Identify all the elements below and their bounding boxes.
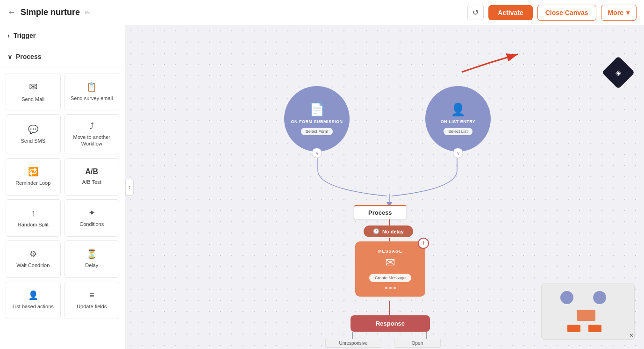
reminder-loop-icon: 🔁	[28, 167, 38, 177]
process-chevron-icon: ∨	[7, 53, 12, 60]
trigger2-label: ON LIST ENTRY	[441, 119, 476, 125]
canvas[interactable]: ‹ ◈	[125, 25, 644, 349]
send-mail-icon: ✉	[29, 81, 37, 93]
sidebar-item-ab-test-label: A/B Test	[82, 179, 101, 185]
form-submission-icon: 📄	[309, 102, 324, 117]
conditions-icon: ✦	[88, 208, 95, 218]
open-label: Open	[394, 339, 441, 348]
unresponsive-label: Unresponsive	[325, 339, 381, 348]
sidebar-item-list-based-actions-label: List based actions	[13, 303, 54, 310]
sidebar-item-random-split[interactable]: ↑ Random Split	[6, 199, 61, 237]
sidebar-item-reminder-loop[interactable]: 🔁 Reminder Loop	[6, 158, 61, 196]
open-branch[interactable]: Open No delay	[394, 339, 441, 349]
random-split-icon: ↑	[31, 208, 36, 218]
minimap-branch2	[588, 325, 601, 332]
diamond-icon: ◈	[615, 68, 621, 77]
sidebar-item-delay-label: Delay	[85, 262, 98, 269]
minimap-message-node	[577, 310, 595, 321]
trigger-section-label: Trigger	[14, 32, 36, 39]
page-title: Simple nurture	[21, 7, 80, 17]
sidebar-item-move-workflow-label: Move to another Workflow	[69, 134, 115, 147]
trigger1-label: ON FORM SUBMISSION	[291, 119, 343, 125]
more-button[interactable]: More ▾	[601, 5, 637, 21]
process-items-grid: ✉ Send Mail 📋 Send survey email 💬 Send S…	[0, 67, 125, 325]
activate-button[interactable]: Activate	[488, 5, 532, 20]
select-form-button[interactable]: Select Form	[301, 128, 333, 135]
trigger-section-header[interactable]: › Trigger	[0, 25, 125, 46]
more-chevron-icon: ▾	[626, 9, 630, 16]
sidebar: › Trigger ∨ Process ✉ Send Mail 📋 Send s…	[0, 25, 125, 349]
sidebar-item-random-split-label: Random Split	[18, 221, 49, 228]
wait-condition-icon: ⚙	[29, 249, 37, 259]
unresponsive-branch[interactable]: Unresponsive Wait 1 Hour	[325, 339, 381, 349]
update-fields-icon: ≡	[89, 291, 94, 300]
list-entry-icon: 👤	[451, 102, 465, 117]
minimap-circle1	[560, 291, 573, 304]
header: ← Simple nurture ✏ ↺ Activate Close Canv…	[0, 0, 644, 25]
sidebar-item-delay[interactable]: ⏳ Delay	[64, 240, 120, 278]
sidebar-item-wait-condition-label: Wait Condition	[16, 262, 50, 269]
sidebar-item-conditions[interactable]: ✦ Conditions	[64, 199, 120, 237]
minimap-branch1	[567, 325, 580, 332]
no-delay-node[interactable]: 🕐 No delay	[364, 225, 413, 237]
mini-map	[541, 284, 635, 340]
sidebar-item-ab-test[interactable]: A/B A/B Test	[64, 158, 120, 196]
mini-map-close-button[interactable]: ✕	[629, 332, 634, 339]
trigger-chevron-icon: ›	[7, 32, 10, 39]
trigger-list-entry[interactable]: 👤 ON LIST ENTRY Select List ∨	[425, 86, 491, 152]
dot3	[394, 287, 396, 289]
process-section-header[interactable]: ∨ Process	[0, 46, 125, 67]
sidebar-item-send-survey-email-label: Send survey email	[71, 95, 113, 102]
sidebar-item-send-mail-label: Send Mail	[21, 96, 44, 102]
header-left: ← Simple nurture ✏	[7, 7, 90, 17]
main-layout: › Trigger ∨ Process ✉ Send Mail 📋 Send s…	[0, 25, 644, 349]
send-survey-email-icon: 📋	[86, 82, 97, 92]
edit-icon[interactable]: ✏	[85, 9, 90, 16]
sidebar-item-wait-condition[interactable]: ⚙ Wait Condition	[6, 240, 61, 278]
clock-icon: 🕐	[373, 228, 379, 234]
trigger1-chevron-icon: ∨	[312, 148, 322, 158]
sidebar-item-conditions-label: Conditions	[79, 221, 104, 227]
sidebar-item-send-sms[interactable]: 💬 Send SMS	[6, 114, 61, 154]
dot2	[389, 287, 392, 289]
response-node[interactable]: Response	[351, 315, 430, 332]
sidebar-item-send-survey-email[interactable]: 📋 Send survey email	[64, 73, 120, 110]
close-canvas-button[interactable]: Close Canvas	[537, 5, 596, 21]
select-list-button[interactable]: Select List	[444, 128, 472, 135]
trigger-form-submission[interactable]: 📄 ON FORM SUBMISSION Select Form ∨	[284, 86, 350, 152]
ab-test-icon: A/B	[85, 167, 98, 176]
create-message-button[interactable]: Create Message	[369, 274, 411, 282]
process-label: Process	[354, 205, 406, 219]
sidebar-item-update-fields[interactable]: ≡ Update fields	[64, 282, 120, 319]
list-based-actions-icon: 👤	[28, 290, 38, 300]
process-section: ∨ Process ✉ Send Mail 📋 Send survey emai…	[0, 46, 125, 325]
sidebar-item-send-sms-label: Send SMS	[21, 138, 45, 144]
dot1	[385, 287, 387, 289]
message-node[interactable]: MESSAGE ✉ Create Message !	[355, 241, 425, 297]
trigger-section: › Trigger	[0, 25, 125, 46]
sidebar-item-send-mail[interactable]: ✉ Send Mail	[6, 73, 61, 110]
sidebar-item-move-workflow[interactable]: ⤴ Move to another Workflow	[64, 114, 120, 154]
message-node-title: MESSAGE	[363, 249, 418, 254]
warning-badge: !	[418, 238, 429, 249]
move-workflow-icon: ⤴	[90, 121, 94, 131]
delay-icon: ⏳	[86, 249, 97, 259]
diamond-shape: ◈	[607, 61, 630, 84]
sidebar-item-reminder-loop-label: Reminder Loop	[15, 180, 50, 186]
back-button[interactable]: ←	[7, 7, 16, 17]
process-section-label: Process	[16, 53, 41, 60]
trigger2-chevron-icon: ∨	[453, 148, 463, 158]
no-delay-label: No delay	[382, 229, 404, 234]
collapse-sidebar-button[interactable]: ‹	[125, 179, 134, 196]
message-node-envelope-icon: ✉	[363, 255, 418, 270]
minimap-circle2	[593, 291, 606, 304]
refresh-button[interactable]: ↺	[467, 5, 484, 20]
sidebar-item-list-based-actions[interactable]: 👤 List based actions	[6, 282, 61, 319]
send-sms-icon: 💬	[28, 124, 38, 135]
more-label: More	[608, 9, 623, 16]
header-right: ↺ Activate Close Canvas More ▾	[467, 5, 637, 21]
sidebar-item-update-fields-label: Update fields	[77, 303, 107, 310]
